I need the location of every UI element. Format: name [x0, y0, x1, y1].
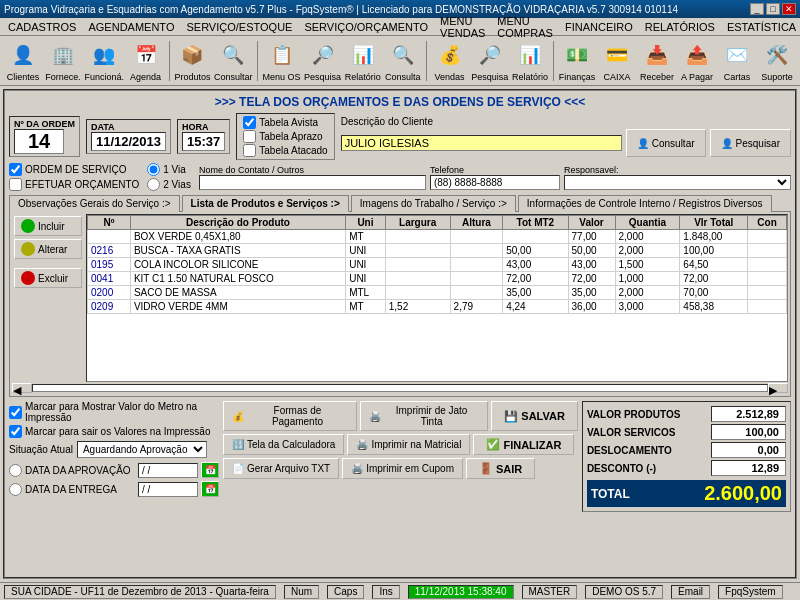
menu-compras[interactable]: MENU COMPRAS [491, 14, 559, 40]
ordem-servico-checkbox[interactable] [9, 163, 22, 176]
imprimir-matricial-button[interactable]: 🖨️ Imprimir na Matricial [347, 434, 470, 455]
imprimir-cupom-button[interactable]: 🖨️ Imprimir em Cupom [342, 458, 463, 479]
funcionario-icon: 👥 [88, 39, 120, 71]
menu-cadastros[interactable]: CADASTROS [2, 20, 82, 34]
data-aprovacao-cal-btn[interactable]: 📅 [201, 462, 219, 478]
toolbar-financas[interactable]: 💵 Finanças [558, 37, 596, 84]
gerar-txt-button[interactable]: 📄 Gerar Arquivo TXT [223, 458, 339, 479]
formas-pagamento-button[interactable]: 💰 Formas de Pagamento [223, 401, 357, 431]
excluir-button[interactable]: Excluir [14, 268, 82, 288]
buttons-row1: 💰 Formas de Pagamento 🖨️ Imprimir de Jat… [223, 401, 578, 431]
menu-agendamento[interactable]: AGENDAMENTO [82, 20, 180, 34]
deslocamento-value: 0,00 [711, 442, 786, 458]
via1-radio[interactable] [147, 163, 160, 176]
tabela-aprazo-checkbox[interactable] [243, 130, 256, 143]
toolbar-produtos[interactable]: 📦 Produtos [173, 37, 211, 84]
date-value: 11/12/2013 [91, 132, 166, 151]
data-entrega-cal-btn[interactable]: 📅 [201, 481, 219, 497]
agenda-icon: 📅 [130, 39, 162, 71]
toolbar-consultar[interactable]: 🔍 Consultar [213, 37, 253, 84]
scroll-right-btn[interactable]: ▶ [768, 383, 788, 393]
sair-button[interactable]: 🚪 SAIR [466, 458, 535, 479]
toolbar-clientes[interactable]: 👤 Clientes [4, 37, 42, 84]
ordem-servico-row: ORDEM DE SERVIÇO [9, 163, 139, 176]
col-largura: Largura [385, 216, 450, 230]
pesquisar-button[interactable]: 👤 Pesquisar [710, 129, 791, 157]
toolbar-fornece[interactable]: 🏢 Fornece. [44, 37, 82, 84]
valor-servicos-value: 100,00 [711, 424, 786, 440]
table-row[interactable]: 0216BUSCA - TAXA GRATISUNI50,0050,002,00… [88, 244, 787, 258]
tab-produtos[interactable]: Lista de Produtos e Serviços :> [182, 195, 349, 212]
toolbar-agenda[interactable]: 📅 Agenda [127, 37, 165, 84]
toolbar-consulta[interactable]: 🔍 Consulta [384, 37, 422, 84]
table-row[interactable]: 0041KIT C1 1.50 NATURAL FOSCOUNI72,0072,… [88, 272, 787, 286]
title-bar-controls: _ □ ✕ [750, 3, 796, 15]
situacao-select[interactable]: Aguardando Aprovação [77, 441, 207, 458]
table-row[interactable]: 0209VIDRO VERDE 4MMMT1,522,794,2436,003,… [88, 300, 787, 314]
menu-servico-orcamento[interactable]: SERVIÇO/ORÇAMENTO [298, 20, 434, 34]
cb1-checkbox[interactable] [9, 406, 22, 419]
cb2-checkbox[interactable] [9, 425, 22, 438]
toolbar-funcionario[interactable]: 👥 Funcioná. [84, 37, 125, 84]
fornece-icon: 🏢 [47, 39, 79, 71]
client-name-input[interactable] [341, 135, 622, 151]
toolbar-suporte[interactable]: 🛠️ Suporte [758, 37, 796, 84]
toolbar-pesquisa-2[interactable]: 🔎 Pesquisa [471, 37, 510, 84]
toolbar-vendas[interactable]: 💰 Vendas [431, 37, 469, 84]
tabela-atacado-label: Tabela Atacado [259, 145, 327, 156]
minimize-button[interactable]: _ [750, 3, 764, 15]
data-aprovacao-radio[interactable] [9, 464, 22, 477]
tab-informacoes[interactable]: Informações de Controle Interno / Regist… [518, 195, 772, 212]
menu-servico-estoque[interactable]: SERVIÇO/ESTOQUE [180, 20, 298, 34]
toolbar-relatorio-1[interactable]: 📊 Relatório [344, 37, 382, 84]
table-row[interactable]: 0200SACO DE MASSAMTL35,0035,002,00070,00 [88, 286, 787, 300]
data-entrega-radio[interactable] [9, 483, 22, 496]
tabela-avista-label: Tabela Avista [259, 117, 318, 128]
salvar-button[interactable]: 💾 SALVAR [491, 401, 578, 431]
table-row[interactable]: 0195COLA INCOLOR SILICONEUNI43,0043,001,… [88, 258, 787, 272]
tab-imagens[interactable]: Imagens do Trabalho / Serviço :> [351, 195, 516, 212]
toolbar-cartas[interactable]: ✉️ Cartas [718, 37, 756, 84]
efetuar-orcamento-checkbox[interactable] [9, 178, 22, 191]
data-aprovacao-input[interactable] [138, 463, 198, 478]
maximize-button[interactable]: □ [766, 3, 780, 15]
tabela-avista-checkbox[interactable] [243, 116, 256, 129]
via1-row: 1 Via [147, 163, 191, 176]
menu-financeiro[interactable]: FINANCEIRO [559, 20, 639, 34]
client-desc-label: Descrição do Cliente [341, 116, 791, 127]
toolbar-pesquisa-1[interactable]: 🔎 Pesquisa [303, 37, 342, 84]
tab-observacoes[interactable]: Observações Gerais do Serviço :> [9, 195, 180, 212]
toolbar-caixa[interactable]: 💳 CAIXA [598, 37, 636, 84]
menu-relatorios[interactable]: RELATÓRIOS [639, 20, 721, 34]
responsavel-select[interactable] [564, 175, 791, 190]
finalizar-button[interactable]: ✅ FINALIZAR [473, 434, 574, 455]
tabela-atacado-checkbox[interactable] [243, 144, 256, 157]
toolbar-menu-os[interactable]: 📋 Menu OS [262, 37, 301, 84]
phone-input[interactable] [430, 175, 560, 190]
order-header: Nº DA ORDEM 14 DATA 11/12/2013 HORA 15:3… [9, 113, 791, 160]
product-table-container: Nº Descrição do Produto Uni Largura Altu… [86, 214, 788, 382]
incluir-button[interactable]: Incluir [14, 216, 82, 236]
data-entrega-input[interactable] [138, 482, 198, 497]
tab-content: Incluir Alterar Excluir [9, 211, 791, 397]
table-row[interactable]: 0081BOX VERDE 0,45X1,80MT77,002,0001.848… [88, 230, 787, 244]
scrollbar-track[interactable] [32, 384, 768, 392]
data-aprovacao-row: DATA DA APROVAÇÃO 📅 [9, 462, 219, 478]
menu-estatistica[interactable]: ESTATÍSTICA [721, 20, 800, 34]
formas-pagamento-icon: 💰 [232, 411, 244, 422]
scroll-left-btn[interactable]: ◀ [12, 383, 32, 393]
alterar-button[interactable]: Alterar [14, 239, 82, 259]
consultar-button[interactable]: 👤 Consultar [626, 129, 706, 157]
imprimir-jato-button[interactable]: 🖨️ Imprimir de Jato Tinta [360, 401, 488, 431]
order-number-value: 14 [14, 129, 64, 154]
contact-input[interactable] [199, 175, 426, 190]
close-button[interactable]: ✕ [782, 3, 796, 15]
action-buttons: Incluir Alterar Excluir [12, 214, 84, 382]
toolbar-pagar[interactable]: 📤 A Pagar [678, 37, 716, 84]
toolbar-receber[interactable]: 📥 Receber [638, 37, 676, 84]
via2-radio[interactable] [147, 178, 160, 191]
via2-row: 2 Vias [147, 178, 191, 191]
toolbar-relatorio-2[interactable]: 📊 Relatório [511, 37, 549, 84]
calculadora-button[interactable]: 🔢 Tela da Calculadora [223, 434, 344, 455]
menu-menu-vendas[interactable]: MENU VENDAS [434, 14, 491, 40]
